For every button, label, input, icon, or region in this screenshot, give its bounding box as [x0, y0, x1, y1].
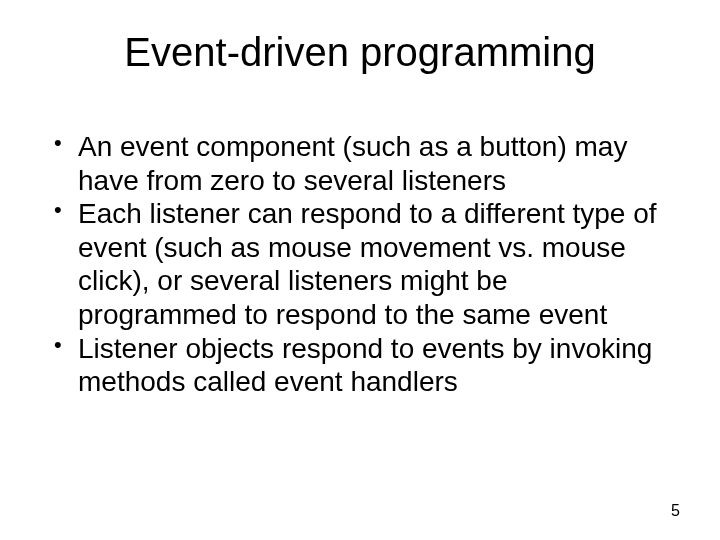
slide-container: Event-driven programming An event compon… [0, 0, 720, 540]
bullet-list: An event component (such as a button) ma… [50, 130, 670, 399]
bullet-item: Each listener can respond to a different… [50, 197, 670, 331]
page-number: 5 [671, 502, 680, 520]
bullet-item: Listener objects respond to events by in… [50, 332, 670, 399]
slide-title: Event-driven programming [40, 30, 680, 75]
slide-content: An event component (such as a button) ma… [40, 130, 680, 399]
bullet-item: An event component (such as a button) ma… [50, 130, 670, 197]
